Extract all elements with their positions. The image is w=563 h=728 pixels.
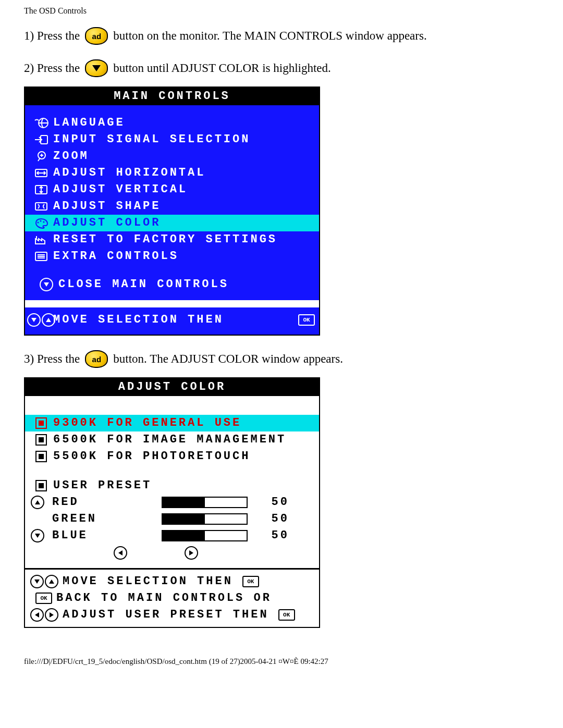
leftright-icon xyxy=(30,608,58,622)
page-header: The OSD Controls xyxy=(24,0,539,19)
updown-icon xyxy=(29,313,53,327)
menu-item-adj-vertical[interactable]: ADJUST VERTICAL xyxy=(25,181,319,198)
menu-label: ADJUST HORIZONTAL xyxy=(53,167,315,179)
channel-blue[interactable]: BLUE 50 xyxy=(25,527,319,544)
slider-bar[interactable] xyxy=(162,513,248,525)
radio-selected-icon xyxy=(29,417,53,429)
channel-label: GREEN xyxy=(46,513,162,525)
left-right-controls xyxy=(25,544,319,565)
channel-green[interactable]: GREEN 50 xyxy=(25,511,319,527)
step-1: 1) Press the ad button on the monitor. T… xyxy=(24,27,539,45)
menu-item-adj-color[interactable]: ADJUST COLOR xyxy=(25,215,319,231)
color-option-6500k[interactable]: 6500K FOR IMAGE MANAGEMENT xyxy=(25,431,319,448)
hint-label: MOVE SELECTION THEN xyxy=(63,576,233,587)
menu-item-adj-shape[interactable]: ADJUST SHAPE xyxy=(25,198,319,215)
slider-bar[interactable] xyxy=(162,530,248,541)
option-label: 6500K FOR IMAGE MANAGEMENT xyxy=(53,434,315,446)
menu-item-adj-horizontal[interactable]: ADJUST HORIZONTAL xyxy=(25,165,319,181)
menu-label: INPUT SIGNAL SELECTION xyxy=(53,134,315,145)
right-circle-icon[interactable] xyxy=(185,546,198,560)
step-1-text-a: 1) Press the xyxy=(24,29,80,43)
option-label: 9300K FOR GENERAL USE xyxy=(53,417,315,429)
svg-point-8 xyxy=(43,221,45,223)
updown-icon xyxy=(30,575,58,588)
adjust-color-window: ADJUST COLOR 9300K FOR GENERAL USE 6500K… xyxy=(24,377,320,628)
step-3-text-a: 3) Press the xyxy=(24,352,80,366)
menu-label: EXTRA CONTROLS xyxy=(53,251,315,262)
down-circle-icon xyxy=(34,278,58,291)
menu-label: ADJUST COLOR xyxy=(53,217,315,229)
horizontal-icon xyxy=(29,167,53,179)
main-controls-title: MAIN CONTROLS xyxy=(25,88,319,105)
radio-icon xyxy=(29,480,53,491)
ok-button-icon: ad xyxy=(85,27,108,45)
channel-red[interactable]: RED 50 xyxy=(25,494,319,511)
ok-icon: OK xyxy=(278,609,295,621)
step-1-text-b: button on the monitor. The MAIN CONTROLS… xyxy=(113,29,426,43)
color-option-5500k[interactable]: 5500K FOR PHOTORETOUCH xyxy=(25,448,319,465)
channel-value: 50 xyxy=(248,513,299,525)
vertical-icon xyxy=(29,184,53,195)
svg-rect-5 xyxy=(35,203,47,210)
radio-icon xyxy=(29,434,53,446)
down-circle-icon xyxy=(29,529,46,542)
step-2-text-a: 2) Press the xyxy=(24,61,80,75)
step-2-text-b: button until ADJUST COLOR is highlighted… xyxy=(113,61,331,75)
step-3: 3) Press the ad button. The ADJUST COLOR… xyxy=(24,350,539,368)
channel-value: 50 xyxy=(248,497,299,508)
menu-item-extra[interactable]: EXTRA CONTROLS xyxy=(25,248,319,265)
slider-bar[interactable] xyxy=(162,497,248,508)
ok-icon: OK xyxy=(35,593,52,604)
magnifier-icon xyxy=(29,151,53,162)
menu-label: CLOSE MAIN CONTROLS xyxy=(58,279,315,290)
hint-back: OK BACK TO MAIN CONTROLS OR xyxy=(25,590,319,606)
channel-label: BLUE xyxy=(46,530,162,541)
shape-icon xyxy=(29,201,53,212)
input-icon xyxy=(29,134,53,145)
main-controls-window: MAIN CONTROLS LANGUAGE INPUT SIGNAL SELE… xyxy=(24,87,320,336)
list-icon xyxy=(29,251,53,262)
main-controls-hint: MOVE SELECTION THEN OK xyxy=(25,312,319,328)
palette-icon xyxy=(29,217,53,229)
svg-point-7 xyxy=(40,220,42,222)
menu-label: LANGUAGE xyxy=(53,117,315,129)
down-arrow-button-icon xyxy=(85,59,108,77)
menu-item-input-signal[interactable]: INPUT SIGNAL SELECTION xyxy=(25,131,319,148)
menu-item-reset[interactable]: RESET TO FACTORY SETTINGS xyxy=(25,231,319,248)
menu-label: ADJUST SHAPE xyxy=(53,201,315,212)
menu-label: RESET TO FACTORY SETTINGS xyxy=(53,234,315,245)
ok-icon: OK xyxy=(242,576,259,587)
hint-label: BACK TO MAIN CONTROLS OR xyxy=(56,593,272,604)
globe-icon xyxy=(29,117,53,129)
ok-icon: OK xyxy=(298,314,315,326)
radio-icon xyxy=(29,451,53,462)
left-circle-icon[interactable] xyxy=(114,546,127,560)
color-option-9300k[interactable]: 9300K FOR GENERAL USE xyxy=(25,415,319,431)
adjust-color-title: ADJUST COLOR xyxy=(25,378,319,396)
menu-close[interactable]: CLOSE MAIN CONTROLS xyxy=(25,276,319,293)
option-label: USER PRESET xyxy=(53,480,315,491)
menu-item-zoom[interactable]: ZOOM xyxy=(25,148,319,165)
hint-move-selection: MOVE SELECTION THEN OK xyxy=(25,573,319,590)
color-option-user-preset[interactable]: USER PRESET xyxy=(25,477,319,494)
option-label: 5500K FOR PHOTORETOUCH xyxy=(53,451,315,462)
factory-icon xyxy=(29,234,53,245)
step-3-text-b: button. The ADJUST COLOR window appears. xyxy=(113,352,343,366)
svg-point-6 xyxy=(38,222,39,224)
menu-item-language[interactable]: LANGUAGE xyxy=(25,115,319,131)
hint-label: MOVE SELECTION THEN xyxy=(53,314,293,326)
page-footer: file:///D|/EDFU/crt_19_5/edoc/english/OS… xyxy=(24,643,539,673)
channel-value: 50 xyxy=(248,530,299,541)
ok-button-icon: ad xyxy=(85,350,108,368)
menu-label: ADJUST VERTICAL xyxy=(53,184,315,195)
step-2: 2) Press the button until ADJUST COLOR i… xyxy=(24,59,539,77)
hint-adjust-preset: ADJUST USER PRESET THEN OK xyxy=(25,606,319,624)
menu-label: ZOOM xyxy=(53,151,315,162)
channel-label: RED xyxy=(46,497,162,508)
up-circle-icon xyxy=(29,496,46,509)
hint-label: ADJUST USER PRESET THEN xyxy=(63,609,269,621)
